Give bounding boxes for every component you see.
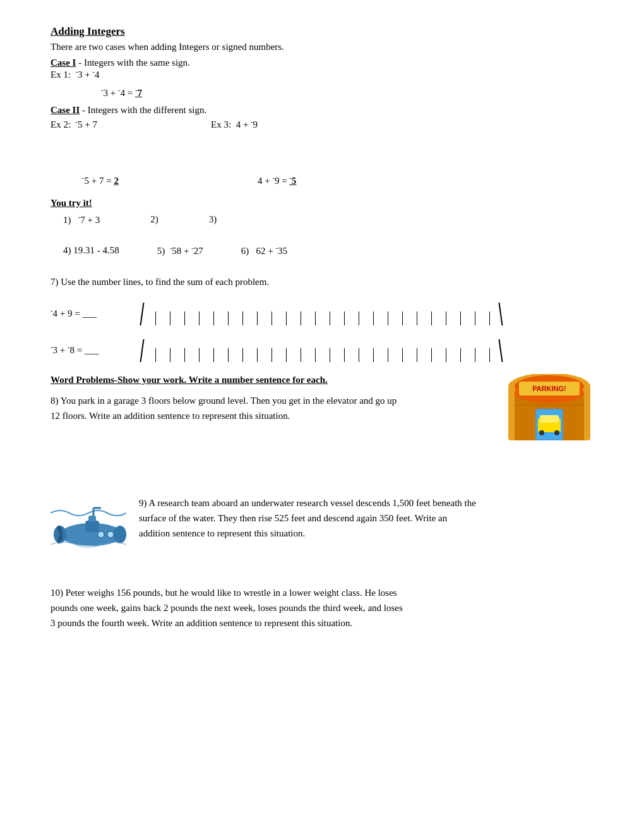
nl1-label: -4 + 9 = ___ — [51, 307, 133, 319]
svg-point-11 — [539, 430, 544, 435]
number-line-2 — [136, 337, 504, 362]
case2-ex2: Ex 2: -5 + 7 — [51, 118, 97, 130]
svg-rect-18 — [88, 516, 96, 522]
case2-ex3: Ex 3: 4 + -9 — [211, 118, 258, 130]
case1-example: Ex 1: -3 + -4 — [51, 68, 593, 80]
problem-9: 9) A research team aboard an underwater … — [139, 495, 593, 541]
case1-desc: - Integers with the same sign. — [76, 57, 189, 68]
svg-point-24 — [107, 531, 114, 538]
svg-rect-13 — [515, 404, 584, 406]
case2-desc: - Integers with the different sign. — [80, 105, 206, 115]
number-line-1 — [136, 300, 504, 325]
svg-point-15 — [114, 526, 126, 543]
parking-image: PARKING! — [505, 374, 593, 444]
problem-2: 2) — [150, 214, 158, 225]
page-title: Adding Integers — [51, 25, 593, 38]
problem-10: 10) Peter weighs 156 pounds, but he woul… — [51, 585, 593, 631]
case2-sol3: 4 + -9 = -5 — [258, 174, 296, 186]
problem-7-label: 7) Use the number lines, to find the sum… — [51, 277, 593, 287]
svg-point-23 — [98, 531, 104, 538]
svg-text:PARKING!: PARKING! — [532, 385, 566, 392]
submarine-image — [51, 502, 126, 552]
problem-5: 5) -58 + -27 — [157, 245, 203, 257]
case1-label: Case I — [51, 57, 76, 68]
problem-4: 4) 19.31 - 4.58 — [63, 245, 119, 256]
svg-point-12 — [554, 430, 559, 435]
nl2-label: -3 + -8 = ___ — [51, 344, 133, 356]
intro-text: There are two cases when adding Integers… — [51, 42, 593, 52]
problem-3: 3) — [209, 214, 217, 225]
problem-8: PARKING! 8) You park in a garage 3 floor… — [51, 393, 593, 423]
problem-1: 1) -7 + 3 — [63, 214, 100, 226]
svg-rect-17 — [85, 521, 99, 532]
problem-6: 6) 62 + -35 — [241, 245, 287, 257]
you-try-label: You try it! — [51, 198, 593, 208]
svg-rect-10 — [540, 415, 559, 423]
case2-sol2: -5 + 7 = 2 — [82, 174, 119, 186]
case1-solution: -3 + -4 = -7 — [101, 87, 593, 99]
case2-label: Case II — [51, 105, 80, 115]
